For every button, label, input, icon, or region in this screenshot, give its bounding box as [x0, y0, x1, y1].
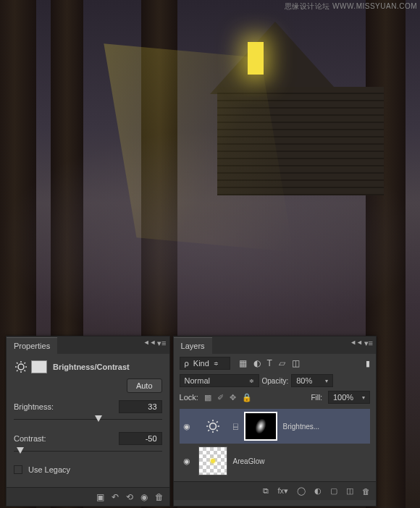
svg-line-14 — [208, 421, 209, 423]
layer-fx-icon[interactable]: fx▾ — [277, 486, 288, 496]
lock-transparent-icon[interactable]: ▩ — [204, 393, 211, 402]
brightness-slider[interactable] — [14, 415, 162, 425]
svg-point-9 — [209, 423, 216, 430]
panel-menu-icon[interactable]: ▾≡ — [364, 339, 373, 348]
visibility-toggle-icon[interactable]: ◉ — [181, 422, 193, 431]
layer-row[interactable]: ◉ AreaGlow — [180, 444, 370, 478]
svg-point-0 — [18, 364, 24, 370]
fill-input[interactable]: 100%▾ — [328, 391, 370, 404]
blend-mode-select[interactable]: Normal≑ — [180, 374, 259, 387]
opacity-label: Opacity: — [262, 377, 289, 385]
new-group-icon[interactable]: ▢ — [330, 486, 337, 496]
tab-properties[interactable]: Properties — [7, 337, 57, 354]
mask-icon[interactable] — [31, 360, 47, 373]
link-icon[interactable]: ⌸ — [233, 422, 238, 431]
svg-line-7 — [17, 371, 18, 372]
delete-layer-icon[interactable]: 🗑 — [362, 487, 370, 496]
contrast-input[interactable] — [119, 432, 162, 445]
new-adjustment-icon[interactable]: ◐ — [314, 486, 322, 496]
layer-row[interactable]: ◉ ⌸ Brightnes... — [180, 409, 370, 444]
house — [181, 22, 384, 210]
lock-all-icon[interactable]: 🔒 — [242, 393, 252, 402]
collapse-icon[interactable]: ◄◄ — [350, 339, 363, 346]
reset-icon[interactable]: ⟲ — [126, 492, 133, 502]
layers-footer: ⧉ fx▾ ◯ ◐ ▢ ◫ 🗑 — [174, 481, 376, 500]
new-layer-icon[interactable]: ◫ — [346, 486, 353, 496]
watermark: 思缘设计论坛 WWW.MISSYUAN.COM — [285, 1, 417, 12]
layer-name[interactable]: AreaGlow — [233, 457, 369, 465]
fill-label: Fill: — [311, 394, 322, 402]
brightness-contrast-icon — [14, 360, 28, 374]
filter-adjustment-icon[interactable]: ◐ — [253, 358, 261, 368]
adjustment-title: Brightness/Contrast — [53, 363, 130, 371]
use-legacy-checkbox[interactable] — [14, 465, 22, 474]
filter-shape-icon[interactable]: ▱ — [279, 358, 285, 368]
view-previous-icon[interactable]: ↶ — [112, 492, 119, 502]
contrast-slider[interactable] — [14, 446, 162, 457]
add-mask-icon[interactable]: ◯ — [297, 486, 306, 496]
filter-type-icon[interactable]: T — [267, 358, 272, 368]
brightness-input[interactable] — [119, 400, 162, 413]
collapse-icon[interactable]: ◄◄ — [143, 339, 156, 346]
svg-line-8 — [25, 363, 26, 364]
properties-panel: Properties ◄◄ ▾≡ Brightness/Contrast Aut… — [6, 336, 170, 507]
adjustment-thumbnail[interactable] — [198, 412, 227, 441]
svg-line-5 — [17, 363, 18, 364]
layer-name[interactable]: Brightnes... — [283, 423, 369, 431]
opacity-input[interactable]: 80%▾ — [291, 374, 333, 387]
visibility-icon[interactable]: ◉ — [140, 492, 148, 502]
filter-toggle-icon[interactable]: ▮ — [366, 359, 370, 368]
svg-line-17 — [217, 421, 218, 423]
visibility-toggle-icon[interactable]: ◉ — [181, 457, 193, 466]
link-layers-icon[interactable]: ⧉ — [263, 486, 269, 496]
lock-label: Lock: — [180, 393, 198, 402]
filter-smart-icon[interactable]: ◫ — [292, 358, 300, 368]
panel-menu-icon[interactable]: ▾≡ — [157, 339, 166, 348]
lit-window — [248, 42, 264, 75]
svg-line-16 — [208, 430, 209, 431]
filter-pixel-icon[interactable]: ▦ — [239, 358, 247, 368]
layers-panel: Layers ◄◄ ▾≡ ρKind≑ ▦ ◐ T ▱ ◫ ▮ Normal≑ … — [173, 336, 377, 507]
delete-icon[interactable]: 🗑 — [155, 492, 164, 502]
use-legacy-label: Use Legacy — [28, 465, 70, 474]
auto-button[interactable]: Auto — [127, 378, 162, 393]
layer-thumbnail[interactable] — [198, 446, 227, 475]
svg-line-6 — [25, 371, 26, 372]
lock-position-icon[interactable]: ✥ — [230, 393, 236, 402]
layer-mask-thumbnail[interactable] — [244, 412, 277, 441]
svg-line-15 — [217, 430, 218, 431]
filter-kind-select[interactable]: ρKind≑ — [180, 357, 230, 370]
properties-footer: ▣ ↶ ⟲ ◉ 🗑 — [7, 487, 169, 506]
lock-image-icon[interactable]: ✐ — [217, 393, 224, 402]
clip-icon[interactable]: ▣ — [96, 492, 104, 502]
contrast-label: Contrast: — [14, 434, 119, 443]
tab-layers[interactable]: Layers — [174, 337, 212, 354]
brightness-label: Brightness: — [14, 402, 119, 411]
